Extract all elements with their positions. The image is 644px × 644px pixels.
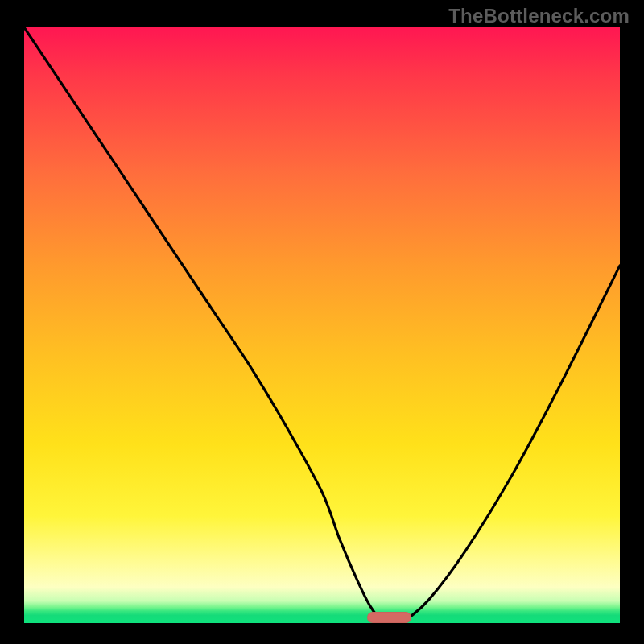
bottleneck-curve <box>24 27 620 623</box>
chart-frame: TheBottleneck.com <box>0 0 644 644</box>
optimal-range-marker <box>367 612 412 623</box>
plot-area <box>24 27 620 623</box>
curve-overlay <box>24 27 620 623</box>
watermark-text: TheBottleneck.com <box>448 5 630 27</box>
